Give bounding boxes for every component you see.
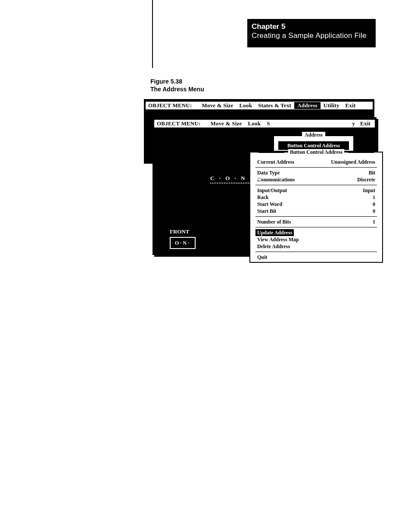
address-dropdown-selected[interactable]: Button Control Address	[278, 141, 349, 150]
figure-title: The Address Menu	[150, 85, 204, 93]
menu2-exit[interactable]: Exit	[358, 120, 373, 127]
menu2-look[interactable]: Look	[245, 120, 264, 127]
row-communications: Communications Discrete	[255, 176, 377, 183]
address-dropdown-legend: Address	[274, 132, 353, 138]
canvas-front-label: FRONT	[170, 228, 190, 235]
menubar-front: OBJECT MENU: Move & Size Look S y Exit	[154, 120, 375, 128]
row-start-word: Start Word 0	[255, 201, 377, 208]
menu2-utility-partial[interactable]: y	[349, 120, 358, 127]
row-rack: Rack 1	[255, 194, 377, 201]
start-bit-value[interactable]: 0	[373, 208, 375, 215]
row-start-bit: Start Bit 0	[255, 208, 377, 215]
screenshot-illustration: OBJECT MENU: Move & Size Look States & T…	[144, 99, 376, 254]
menu2-move-size[interactable]: Move & Size	[207, 120, 245, 127]
menu-exit[interactable]: Exit	[342, 102, 359, 109]
row-delete-address[interactable]: Delete Address	[255, 243, 377, 250]
io-value[interactable]: Input	[363, 187, 375, 194]
communications-value[interactable]: Discrete	[357, 176, 375, 183]
num-bits-label: Number of Bits	[257, 218, 291, 225]
row-num-bits: Number of Bits 1	[255, 218, 377, 225]
button-control-address-panel: Button Control Address Current Address U…	[249, 152, 383, 263]
figure-caption: Figure 5.38 The Address Menu	[150, 78, 204, 93]
io-label: Input/Output	[257, 187, 287, 194]
canvas-on-button[interactable]: O·N·	[170, 237, 196, 249]
document-page: Chapter 5 Creating a Sample Application …	[0, 0, 411, 532]
panel-separator	[255, 185, 377, 185]
front-window: OBJECT MENU: Move & Size Look S y Exit A…	[153, 117, 377, 255]
menubar-back-label: OBJECT MENU:	[146, 102, 194, 109]
menubar-front-label: OBJECT MENU:	[154, 120, 203, 127]
row-update-address[interactable]: Update Address	[255, 229, 377, 236]
row-data-type: Data Type Bit	[255, 169, 377, 176]
chapter-header: Chapter 5 Creating a Sample Application …	[247, 19, 376, 47]
panel-title: Button Control Address	[250, 149, 382, 156]
current-address-label: Current Address	[257, 159, 294, 165]
update-address-action[interactable]: Update Address	[255, 229, 294, 236]
menubar-back: OBJECT MENU: Move & Size Look States & T…	[146, 102, 373, 109]
row-io: Input/Output Input	[255, 187, 377, 194]
figure-number: Figure 5.38	[150, 78, 204, 85]
chapter-title: Creating a Sample Application File	[252, 31, 371, 40]
row-current-address: Current Address Unassigned Address	[255, 159, 377, 165]
panel-separator	[255, 167, 377, 168]
chapter-number: Chapter 5	[252, 22, 371, 31]
menu-look[interactable]: Look	[236, 102, 255, 109]
canvas-conv-label: C · O · N · V ·	[210, 175, 268, 184]
menu-states-text[interactable]: States & Text	[255, 102, 294, 109]
menu-move-size[interactable]: Move & Size	[199, 102, 236, 109]
menu-address[interactable]: Address	[294, 102, 321, 109]
panel-separator	[255, 252, 377, 252]
row-quit[interactable]: Quit	[255, 254, 377, 261]
panel-separator	[255, 216, 377, 217]
num-bits-value[interactable]: 1	[373, 218, 375, 225]
rack-label: Rack	[257, 194, 269, 201]
start-word-value[interactable]: 0	[373, 201, 375, 208]
menu2-states-partial[interactable]: S	[264, 120, 273, 127]
row-view-map[interactable]: View Address Map	[255, 236, 377, 243]
quit-action[interactable]: Quit	[257, 254, 267, 261]
data-type-value[interactable]: Bit	[369, 169, 375, 176]
start-bit-label: Start Bit	[257, 208, 276, 215]
delete-address-action[interactable]: Delete Address	[257, 243, 290, 250]
start-word-label: Start Word	[257, 201, 282, 208]
rack-value[interactable]: 1	[373, 194, 375, 201]
menu-utility[interactable]: Utility	[321, 102, 342, 109]
current-address-value: Unassigned Address	[331, 159, 375, 165]
panel-separator	[255, 227, 377, 227]
vertical-rule	[152, 0, 153, 68]
view-address-map-action[interactable]: View Address Map	[257, 236, 299, 243]
